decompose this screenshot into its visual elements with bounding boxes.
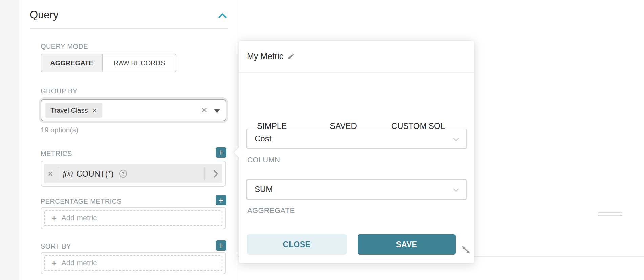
- help-icon[interactable]: ?: [119, 170, 127, 178]
- popover-resize-icon[interactable]: [461, 245, 471, 254]
- plus-icon: +: [51, 258, 57, 269]
- aggregate-select[interactable]: SUM: [246, 179, 467, 200]
- aggregate-select-value: SUM: [255, 185, 273, 194]
- popover-arrow: [234, 147, 244, 158]
- column-select-value: Cost: [255, 134, 271, 143]
- group-by-label: GROUP BY: [41, 87, 77, 95]
- add-metric-dropzone[interactable]: + Add metric: [44, 255, 222, 271]
- collapse-section-icon[interactable]: [218, 13, 227, 20]
- query-mode-raw-records-button[interactable]: RAW RECORDS: [103, 54, 176, 72]
- popover-header: My Metric: [239, 41, 474, 73]
- resize-drag-handle[interactable]: [598, 215, 622, 216]
- group-by-chip-label: Travel Class: [50, 107, 88, 114]
- function-icon: f(x): [63, 169, 73, 178]
- sort-by-container: + Add metric: [41, 252, 226, 274]
- chip-remove-icon[interactable]: ✕: [92, 107, 97, 114]
- percentage-metrics-container: + Add metric: [41, 207, 226, 229]
- percentage-metrics-label: PERCENTAGE METRICS: [41, 197, 122, 205]
- query-mode-label: QUERY MODE: [41, 43, 88, 50]
- resize-drag-handle[interactable]: [598, 212, 622, 213]
- column-select[interactable]: Cost: [246, 129, 467, 149]
- pill-separator: [58, 167, 58, 180]
- metrics-label: METRICS: [41, 150, 72, 158]
- add-percentage-metric-button[interactable]: +: [216, 195, 226, 205]
- panel-divider: [238, 0, 238, 280]
- metrics-container: × f(x) COUNT(*) ?: [41, 161, 226, 187]
- pill-separator: [204, 167, 205, 180]
- add-metric-dropzone[interactable]: + Add metric: [44, 210, 222, 226]
- chevron-down-icon: [453, 138, 459, 141]
- sort-by-label: SORT BY: [41, 242, 71, 250]
- metric-item[interactable]: × f(x) COUNT(*) ?: [44, 164, 222, 183]
- add-sort-by-button[interactable]: +: [216, 240, 226, 251]
- query-section-title: Query: [30, 9, 58, 21]
- add-metric-button[interactable]: +: [216, 147, 226, 158]
- close-button[interactable]: CLOSE: [247, 234, 347, 255]
- explore-page: Query QUERY MODE AGGREGATE RAW RECORDS G…: [0, 0, 644, 280]
- query-mode-aggregate-button[interactable]: AGGREGATE: [41, 54, 103, 72]
- save-button[interactable]: SAVE: [358, 234, 456, 255]
- metric-expression: COUNT(*): [76, 169, 114, 179]
- query-mode-toggle: AGGREGATE RAW RECORDS: [41, 54, 176, 72]
- section-title-rule: [30, 28, 228, 29]
- group-by-options-hint: 19 option(s): [41, 126, 78, 134]
- clear-all-icon[interactable]: ×: [201, 104, 207, 116]
- add-metric-placeholder: Add metric: [61, 259, 97, 267]
- metric-name-title: My Metric: [247, 51, 283, 61]
- column-label: COLUMN: [247, 156, 280, 164]
- group-by-chip[interactable]: Travel Class ✕: [45, 103, 102, 118]
- dropdown-caret-icon[interactable]: [214, 109, 220, 113]
- chevron-right-icon[interactable]: [214, 170, 218, 178]
- left-gutter: [0, 0, 19, 280]
- chevron-down-icon: [453, 188, 459, 192]
- add-metric-placeholder: Add metric: [61, 214, 97, 223]
- group-by-select[interactable]: Travel Class ✕ ×: [41, 99, 226, 121]
- remove-metric-icon[interactable]: ×: [48, 169, 53, 179]
- plus-icon: +: [51, 213, 57, 224]
- edit-pencil-icon[interactable]: [287, 53, 295, 60]
- metric-edit-popover: My Metric SIMPLE SAVED CUSTOM SQL COLUMN…: [239, 41, 474, 263]
- aggregate-label: AGGREGATE: [247, 206, 295, 215]
